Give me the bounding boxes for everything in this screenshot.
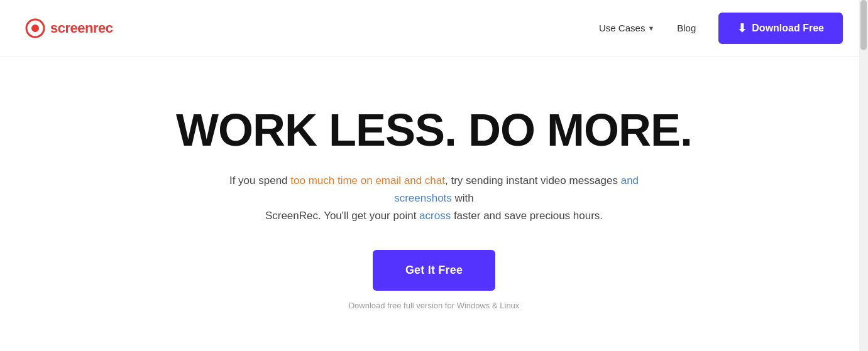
logo-icon xyxy=(25,18,45,38)
get-it-free-button[interactable]: Get It Free xyxy=(373,250,495,291)
blog-label: Blog xyxy=(677,23,696,33)
blog-link[interactable]: Blog xyxy=(677,23,696,33)
hero-headline: WORK LESS. DO MORE. xyxy=(176,107,692,154)
logo-text-part2: rec xyxy=(93,20,113,36)
nav-right: Use Cases ▼ Blog ⬇ Download Free xyxy=(599,13,843,44)
highlight-time: too much time on email and chat xyxy=(290,175,445,186)
navbar: screenrec Use Cases ▼ Blog ⬇ Download Fr… xyxy=(0,0,868,57)
scrollbar[interactable] xyxy=(859,0,868,351)
logo-text: screenrec xyxy=(50,20,113,36)
use-cases-label: Use Cases xyxy=(599,23,645,33)
logo-link[interactable]: screenrec xyxy=(25,18,113,38)
chevron-down-icon: ▼ xyxy=(647,24,654,32)
download-free-button[interactable]: ⬇ Download Free xyxy=(718,13,843,44)
hero-subtext: If you spend too much time on email and … xyxy=(221,172,648,225)
hero-section: WORK LESS. DO MORE. If you spend too muc… xyxy=(0,57,868,335)
cta-subtext: Download free full version for Windows &… xyxy=(349,301,520,310)
cta-label: Get It Free xyxy=(405,264,463,276)
logo-text-part1: screen xyxy=(50,20,93,36)
download-free-label: Download Free xyxy=(752,23,824,34)
scrollbar-thumb[interactable] xyxy=(860,0,867,50)
svg-point-1 xyxy=(31,24,39,32)
use-cases-link[interactable]: Use Cases ▼ xyxy=(599,23,654,33)
download-icon: ⬇ xyxy=(737,21,747,35)
highlight-across: across xyxy=(419,210,451,222)
